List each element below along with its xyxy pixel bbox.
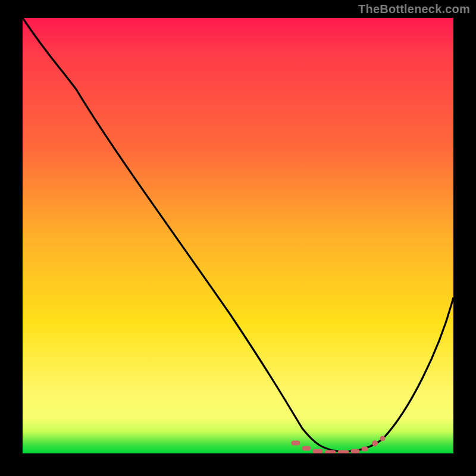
watermark-text: TheBottleneck.com (358, 2, 470, 16)
svg-rect-4 (338, 450, 349, 453)
curve-layer (23, 18, 453, 453)
svg-rect-6 (362, 447, 368, 451)
bottleneck-curve (23, 18, 453, 452)
svg-point-8 (380, 436, 385, 441)
svg-point-7 (372, 441, 378, 446)
svg-rect-0 (292, 441, 300, 445)
chart-frame: TheBottleneck.com (0, 0, 476, 476)
svg-rect-2 (313, 449, 322, 453)
svg-rect-5 (351, 449, 359, 453)
highlight-markers (292, 436, 385, 453)
svg-rect-1 (302, 446, 311, 450)
plot-area (23, 18, 453, 453)
svg-rect-3 (325, 450, 336, 453)
